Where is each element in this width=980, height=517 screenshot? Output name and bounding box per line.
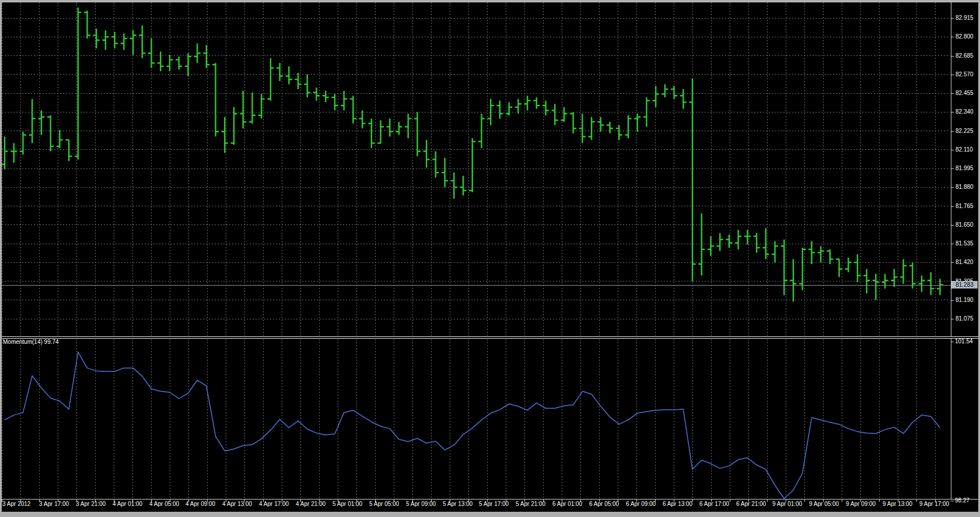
price-scale-label: 81.190 bbox=[956, 297, 974, 304]
time-axis-label: 4 Apr 09:00 bbox=[186, 501, 215, 508]
indicator-scale-min: 98.27 bbox=[955, 497, 970, 504]
price-scale-label: 81.420 bbox=[956, 259, 974, 266]
time-tick bbox=[730, 500, 730, 502]
price-tick bbox=[951, 168, 954, 169]
grid-lines bbox=[2, 2, 950, 498]
price-tick bbox=[951, 225, 954, 226]
window-frame-bottom bbox=[0, 512, 980, 517]
time-axis-label: 6 Apr 05:00 bbox=[589, 501, 619, 508]
time-axis-label: 4 Apr 01:00 bbox=[113, 501, 142, 508]
price-scale-label: 82.455 bbox=[956, 90, 974, 97]
chart-canvas[interactable] bbox=[0, 0, 980, 517]
time-axis-label: 5 Apr 21:00 bbox=[516, 501, 545, 508]
price-tick bbox=[951, 262, 954, 263]
current-price-box: 81.283 bbox=[951, 281, 978, 289]
current-price-line bbox=[2, 285, 951, 286]
price-tick bbox=[951, 93, 954, 94]
price-scale-label: 81.075 bbox=[956, 315, 974, 322]
time-axis-border bbox=[0, 499, 980, 500]
price-scale-label: 82.570 bbox=[956, 71, 974, 78]
pane-top-border bbox=[0, 2, 980, 2]
window-frame-left bbox=[0, 0, 2, 517]
price-tick bbox=[951, 37, 954, 37]
time-axis-label: 9 Apr 09:00 bbox=[846, 501, 876, 508]
time-axis-label: 4 Apr 05:00 bbox=[149, 501, 179, 508]
price-scale-label: 81.650 bbox=[956, 221, 974, 228]
time-axis-label: 5 Apr 13:00 bbox=[443, 501, 473, 508]
time-axis-label: 5 Apr 17:00 bbox=[479, 501, 509, 508]
ohlc-bars-layer bbox=[2, 8, 943, 302]
time-axis-label: 6 Apr 21:00 bbox=[736, 501, 766, 508]
time-axis-label: 6 Apr 13:00 bbox=[663, 501, 692, 508]
time-axis-label: 3 Apr 2012 bbox=[2, 501, 30, 508]
indicator-label: Momentum(14) 99.74 bbox=[3, 339, 59, 345]
time-axis-label: 6 Apr 09:00 bbox=[626, 501, 656, 508]
time-axis-label: 4 Apr 21:00 bbox=[296, 501, 326, 508]
time-tick bbox=[916, 500, 917, 502]
time-axis-label: 3 Apr 17:00 bbox=[39, 501, 69, 508]
price-tick bbox=[951, 206, 954, 207]
time-axis-label: 6 Apr 01:00 bbox=[552, 501, 582, 508]
price-tick bbox=[951, 75, 954, 75]
time-tick bbox=[879, 500, 880, 502]
time-axis-label: 5 Apr 05:00 bbox=[369, 501, 399, 508]
time-axis-label: 4 Apr 13:00 bbox=[222, 501, 252, 508]
time-axis-label: 6 Apr 17:00 bbox=[699, 501, 729, 508]
price-scale-label: 82.800 bbox=[956, 33, 974, 40]
momentum-line bbox=[5, 352, 940, 498]
price-tick bbox=[951, 244, 954, 244]
time-axis-label: 9 Apr 01:00 bbox=[772, 501, 802, 508]
price-tick bbox=[951, 150, 954, 150]
price-tick bbox=[951, 18, 954, 19]
time-axis-label: 5 Apr 09:00 bbox=[406, 501, 436, 508]
time-axis-label: 4 Apr 17:00 bbox=[259, 501, 289, 508]
indicator-scale-max-tick bbox=[951, 342, 954, 342]
price-scale-label: 81.765 bbox=[956, 203, 974, 210]
price-scale-label: 82.225 bbox=[956, 128, 974, 135]
indicator-scale-min-tick bbox=[951, 501, 954, 501]
time-tick bbox=[767, 500, 768, 502]
indicator-scale-max: 101.54 bbox=[955, 338, 973, 345]
price-scale-label: 82.685 bbox=[956, 52, 974, 59]
price-scale-label: 81.880 bbox=[956, 184, 974, 191]
time-tick bbox=[842, 500, 842, 502]
price-scale-label: 81.995 bbox=[956, 165, 974, 172]
price-scale-label: 82.110 bbox=[956, 146, 973, 153]
price-tick bbox=[951, 112, 954, 112]
time-axis-label: 9 Apr 17:00 bbox=[919, 501, 949, 508]
price-scale-border bbox=[951, 2, 951, 499]
time-axis-label: 3 Apr 21:00 bbox=[76, 501, 106, 508]
price-scale-label: 82.915 bbox=[956, 15, 974, 22]
price-tick bbox=[951, 56, 954, 57]
chart-window: 81.283 Momentum(14) 99.74 101.54 98.27 8… bbox=[0, 0, 980, 517]
time-axis-label: 9 Apr 13:00 bbox=[883, 501, 912, 508]
price-scale-label: 82.340 bbox=[956, 108, 974, 115]
time-axis-label: 9 Apr 05:00 bbox=[809, 501, 839, 508]
price-scale-label: 81.535 bbox=[956, 240, 974, 247]
time-tick bbox=[804, 500, 805, 502]
pane-separator[interactable] bbox=[0, 336, 980, 339]
price-tick bbox=[951, 319, 954, 319]
price-tick bbox=[951, 187, 954, 188]
time-axis-label: 5 Apr 01:00 bbox=[332, 501, 362, 508]
window-frame-top bbox=[0, 0, 980, 2]
price-tick bbox=[951, 300, 954, 301]
price-tick bbox=[951, 131, 954, 132]
